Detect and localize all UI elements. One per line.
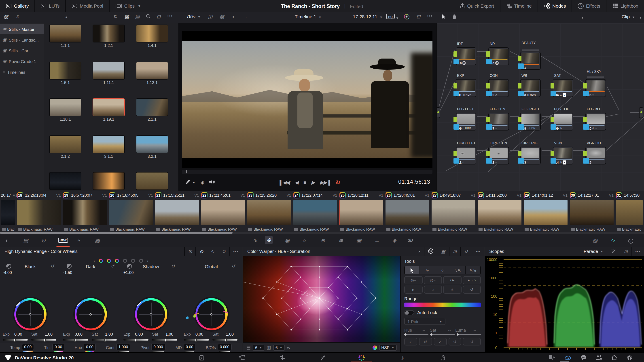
qualifier-icon[interactable]: ◉ <box>285 237 290 244</box>
tint-value[interactable]: 0.00 <box>52 344 64 350</box>
expand-panel-icon[interactable]: ⊡ <box>450 249 460 254</box>
expand-tool-button[interactable]: ↖↘ <box>465 266 480 274</box>
feather-hue-button[interactable]: ✓ <box>404 338 417 346</box>
camera-raw-icon[interactable]: ◐ <box>5 237 9 244</box>
cloud-sync-icon[interactable] <box>561 354 575 361</box>
panel-options-icon[interactable]: ••• <box>472 249 484 253</box>
reset-wheel-icon[interactable]: ↺ <box>111 264 114 269</box>
reset-wheel-icon[interactable]: ↺ <box>171 264 175 269</box>
scope-mode-select[interactable]: Parade▼ <box>584 249 603 254</box>
exp-slider[interactable] <box>124 339 148 341</box>
dock-panel-icon[interactable]: ⊡ <box>185 249 196 254</box>
timeline-clip[interactable]: 1916:57:20:07V1Blackmagic RAW <box>62 191 108 233</box>
node-beauty[interactable]: 21 <box>520 52 541 70</box>
skip-first-frame-icon[interactable]: ▌◀◀ <box>280 179 289 185</box>
sat-slider[interactable] <box>212 339 238 341</box>
timeline-clip[interactable]: 3114:57:30Blackmagic RAW <box>615 191 644 233</box>
export-still-icon[interactable]: ⇓ <box>15 14 19 20</box>
expand-viewer-icon[interactable]: ⊡ <box>416 14 420 20</box>
info-icon[interactable]: i <box>628 237 633 244</box>
gallery-still[interactable]: 3.1.1 <box>92 135 125 159</box>
gallery-options-icon[interactable]: ••• <box>167 14 173 18</box>
enhancement-icon[interactable] <box>404 14 410 20</box>
sort-icon[interactable]: ⇅ <box>113 14 117 20</box>
clips-toggle-button[interactable]: Clips▼ <box>109 0 147 12</box>
audio-mute-icon[interactable] <box>209 179 215 185</box>
warper-canvas[interactable] <box>243 256 400 342</box>
page-cut-icon[interactable] <box>235 354 249 361</box>
3d-icon[interactable]: 3D <box>408 238 413 243</box>
blur-icon[interactable]: ≋ <box>338 237 343 244</box>
node-nr[interactable]: 20fx <box>488 47 509 65</box>
timeline-clip[interactable]: 2017:16:45:05V1Blackmagic RAW <box>108 191 154 233</box>
luts-toggle-button[interactable]: LUTs <box>35 0 66 12</box>
timeline-clip[interactable]: 2914:14:01:12V1Blackmagic RAW <box>523 191 569 233</box>
gallery-still-selected[interactable]: 1.19.1 <box>92 98 125 122</box>
black-color-wheel[interactable] <box>14 298 46 330</box>
scope-options-icon[interactable]: ••• <box>632 249 644 253</box>
timeline-clip[interactable]: 3014:12:27:01V1Blackmagic RAW <box>569 191 615 233</box>
h-divisions-select[interactable]: 6▼ <box>253 344 264 351</box>
page-media-icon[interactable] <box>195 354 208 361</box>
gallery-still[interactable]: 1.1.1 <box>49 24 82 48</box>
chroma-luma-mode-icon[interactable]: ◔ <box>414 249 424 254</box>
source-timecode-select[interactable]: 17:28:12:11 ▼ <box>353 14 382 19</box>
link-icon[interactable]: ∞ <box>287 345 290 350</box>
sat-slider[interactable] <box>31 339 56 341</box>
node-circ-cen[interactable]: 12◌ <box>488 147 509 164</box>
hue-sat-mode-icon[interactable] <box>425 248 438 255</box>
gallery-still[interactable]: 1.5.1 <box>49 62 82 85</box>
reset-sat-button[interactable]: ↺ <box>448 338 461 346</box>
exp-slider[interactable] <box>3 339 28 341</box>
grid-view-icon[interactable]: ▦ <box>124 14 129 20</box>
collapse-tool-button[interactable]: ↘↖ <box>450 266 465 274</box>
list-view-icon[interactable]: ▤ <box>135 14 140 20</box>
gallery-still[interactable]: 1.11.1 <box>92 62 125 85</box>
global-color-wheel[interactable] <box>195 298 228 330</box>
node-flg-left[interactable]: 06◌HDR <box>456 113 476 130</box>
rgb-mixer-icon[interactable]: ◔ <box>77 237 80 244</box>
point-mode-select[interactable]: 1 Point▼ <box>404 318 446 325</box>
bofs-value[interactable]: 0.000 <box>218 344 232 350</box>
gallery-toggle-button[interactable]: Gallery <box>0 0 35 12</box>
reset-panel-icon[interactable]: ↺ <box>461 249 472 254</box>
sat-slider[interactable] <box>92 339 117 341</box>
chevron-down-icon[interactable]: ▼ <box>192 181 195 184</box>
page-fairlight-icon[interactable]: ♪ <box>396 354 409 361</box>
quick-export-button[interactable]: Quick Export <box>454 0 500 12</box>
gallery-still[interactable]: 1.2.1 <box>92 24 125 48</box>
timeline-clip[interactable]: 2417:22:07:14V1Blackmagic RAW <box>292 191 338 233</box>
clip-strip-scrollbar[interactable] <box>0 232 644 234</box>
wipe-modes-icon[interactable]: ◈ <box>200 179 204 185</box>
hsl-sliders[interactable] <box>404 334 481 335</box>
keyframes-icon[interactable]: ▥ <box>592 237 598 244</box>
pin-tool-button[interactable]: ○ <box>435 266 450 274</box>
select-adjacent-button[interactable]: ▸ <box>404 286 422 294</box>
exp-slider[interactable] <box>63 339 88 341</box>
timeline-toggle-button[interactable]: Timeline <box>500 0 538 12</box>
node-zoom-dot-icon[interactable]: ● <box>640 16 641 19</box>
add-point-button[interactable]: ◎+ <box>404 276 422 284</box>
viewer-frame[interactable] <box>182 31 432 168</box>
node-flg-bot[interactable]: 10ılı◌ <box>586 113 606 130</box>
effects-toggle-button[interactable]: fx Effects <box>572 0 606 12</box>
reorder-points-button[interactable]: ↺• <box>443 276 461 284</box>
remove-point-button[interactable]: ◎− <box>424 276 442 284</box>
thumb-size-slider[interactable]: ● <box>65 15 68 19</box>
reset-luma-button[interactable]: ↺ <box>463 338 481 346</box>
contrast-value[interactable]: 1.000 <box>116 344 130 350</box>
temp-value[interactable]: 0.00 <box>22 344 34 350</box>
timeline-clip-selected[interactable]: 2517:28:12:11V1Blackmagic RAW <box>338 191 384 233</box>
album-timelines[interactable]: ≡Timelines <box>0 67 44 77</box>
node-flg-rght[interactable]: 08◌HDR <box>520 113 541 130</box>
grid-view-icon[interactable]: ▦ <box>220 14 224 20</box>
node-flg-cen[interactable]: 07◌ <box>488 113 509 130</box>
auto-lock-toggle[interactable] <box>404 310 414 315</box>
select-tool-button[interactable] <box>405 266 420 274</box>
wipe-view-icon[interactable]: ◑ <box>231 14 234 19</box>
node-wb[interactable]: 03ılıHDR <box>520 79 541 97</box>
color-match-icon[interactable]: ▤ <box>23 237 28 244</box>
page-color-icon-active[interactable] <box>355 354 368 361</box>
reset-panel-icon[interactable]: ↺ <box>218 249 229 254</box>
viewer-options-icon[interactable]: ••• <box>427 14 433 18</box>
